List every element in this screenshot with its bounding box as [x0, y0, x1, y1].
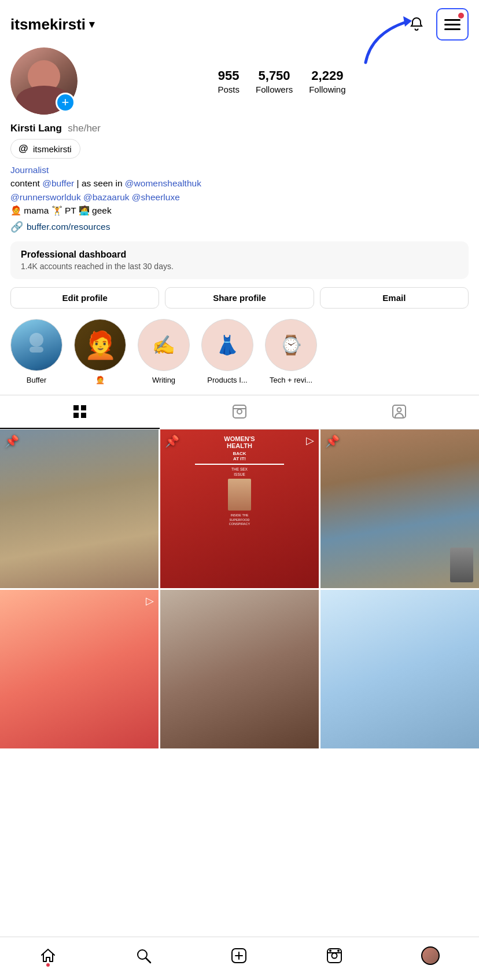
grid-item-4[interactable]: ▷ — [0, 590, 159, 748]
svg-rect-7 — [233, 405, 246, 418]
nav-search[interactable] — [127, 944, 160, 968]
reels-icon — [231, 403, 248, 420]
grid-item[interactable]: 📌 — [0, 430, 159, 588]
highlight-circle-tech: ⌚ — [265, 319, 317, 371]
svg-point-8 — [237, 409, 242, 414]
sheerluxe-mention[interactable]: @sheerluxe — [132, 192, 180, 202]
highlight-label-buffer: Buffer — [27, 376, 46, 384]
grid-item-6[interactable] — [320, 590, 479, 748]
highlight-tech[interactable]: ⌚ Tech + revi... — [265, 319, 317, 384]
notification-button[interactable] — [406, 13, 427, 36]
highlight-buffer[interactable]: Buffer — [10, 319, 62, 384]
followers-stat[interactable]: 5,750 Followers — [256, 68, 293, 94]
dashboard-subtitle: 1.4K accounts reached in the last 30 day… — [21, 262, 458, 271]
highlight-products[interactable]: 👗 Products I... — [201, 319, 253, 384]
tab-grid[interactable] — [0, 395, 160, 429]
highlight-label-emoji: 🧑‍🦰 — [95, 376, 105, 384]
menu-notification-dot — [458, 13, 464, 19]
nav-profile[interactable] — [413, 943, 448, 968]
tab-tagged[interactable] — [319, 395, 479, 429]
svg-point-18 — [332, 953, 337, 959]
grid-item-3[interactable]: 📌 — [320, 430, 479, 588]
highlight-writing[interactable]: ✍️ Writing — [138, 319, 190, 384]
following-stat[interactable]: 2,229 Following — [309, 68, 345, 94]
svg-point-1 — [30, 333, 43, 347]
add-story-button[interactable]: + — [56, 93, 75, 112]
content-tab-bar — [0, 395, 479, 430]
chevron-down-icon: ▾ — [89, 18, 94, 31]
highlight-circle-writing: ✍️ — [138, 319, 190, 371]
bio-text: Journalist content @buffer | as seen in … — [10, 163, 469, 217]
professional-dashboard[interactable]: Professional dashboard 1.4K accounts rea… — [10, 241, 469, 279]
posts-label: Posts — [218, 85, 240, 94]
svg-rect-3 — [73, 405, 79, 410]
svg-point-20 — [329, 950, 331, 952]
highlight-circle-buffer — [10, 319, 62, 371]
following-count: 2,229 — [311, 68, 343, 83]
posts-count: 955 — [218, 68, 240, 83]
reel-indicator: ▷ — [306, 434, 314, 447]
bottom-nav — [0, 937, 479, 980]
header-icons — [406, 8, 469, 41]
dashboard-title: Professional dashboard — [21, 249, 458, 260]
nav-home[interactable] — [31, 944, 65, 968]
link-icon: 🔗 — [10, 221, 23, 233]
menu-button[interactable] — [436, 8, 469, 41]
username-area[interactable]: itsmekirsti ▾ — [10, 16, 94, 34]
grid-item-magazine[interactable]: Women'sHealth BACKAT IT! THE SEXISSUE IN… — [160, 430, 319, 588]
highlight-label-products: Products I... — [207, 376, 247, 384]
stats-row: 955 Posts 5,750 Followers 2,229 Followin… — [95, 68, 469, 94]
svg-rect-4 — [81, 405, 86, 410]
svg-rect-2 — [30, 347, 43, 353]
womenshealth-mention[interactable]: @womenshealthuk — [125, 178, 201, 188]
svg-line-13 — [146, 958, 150, 963]
products-icon: 👗 — [216, 334, 239, 356]
menu-line-2 — [444, 24, 460, 25]
svg-point-11 — [397, 408, 401, 412]
highlight-circle-products: 👗 — [201, 319, 253, 371]
threads-icon: @ — [17, 142, 30, 155]
profile-avatar-nav — [421, 946, 440, 965]
create-icon — [230, 947, 248, 964]
grid-item-5[interactable] — [160, 590, 319, 748]
highlight-label-tech: Tech + revi... — [270, 376, 312, 384]
header: itsmekirsti ▾ — [0, 0, 479, 45]
reels-nav-icon — [326, 947, 343, 964]
photo-grid: 📌 Women'sHealth BACKAT IT! THE SEXISSUE … — [0, 430, 479, 748]
buffer-mention[interactable]: @buffer — [42, 178, 74, 188]
email-button[interactable]: Email — [320, 287, 469, 309]
pin-icon-2: 📌 — [165, 434, 179, 448]
bazaar-mention[interactable]: @bazaaruk — [83, 192, 130, 202]
threads-badge[interactable]: @ itsmekirsti — [10, 139, 80, 159]
highlight-circle-emoji: 🧑‍🦰 — [74, 319, 126, 371]
emoji-icon: 🧑‍🦰 — [84, 329, 117, 361]
nav-reels[interactable] — [318, 944, 351, 968]
menu-line-3 — [444, 28, 460, 30]
nav-create[interactable] — [222, 944, 256, 968]
edit-profile-button[interactable]: Edit profile — [10, 287, 159, 309]
profile-top: + 955 Posts 5,750 Followers 2,229 Follow… — [10, 47, 469, 115]
highlight-emoji[interactable]: 🧑‍🦰 🧑‍🦰 — [74, 319, 126, 384]
home-notification-dot — [46, 963, 50, 967]
highlight-label-writing: Writing — [152, 376, 175, 384]
home-icon — [39, 947, 57, 964]
posts-stat[interactable]: 955 Posts — [218, 68, 240, 94]
tab-reels[interactable] — [160, 395, 319, 429]
search-icon — [135, 947, 152, 964]
profile-name: Kirsti Lang — [10, 123, 62, 134]
bio-link-url[interactable]: buffer.com/resources — [27, 222, 110, 232]
username-text: itsmekirsti — [10, 16, 86, 34]
writing-icon: ✍️ — [152, 334, 175, 356]
tech-icon: ⌚ — [279, 334, 303, 356]
grid-icon — [72, 403, 88, 420]
bio-url[interactable]: 🔗 buffer.com/resources — [10, 221, 469, 233]
share-profile-button[interactable]: Share profile — [165, 287, 314, 309]
bio-section: Kirsti Lang she/her @ itsmekirsti Journa… — [10, 123, 469, 233]
runnersworld-mention[interactable]: @runnersworlduk — [10, 192, 81, 202]
followers-label: Followers — [256, 85, 293, 94]
pin-icon-3: 📌 — [325, 434, 340, 448]
pin-icon: 📌 — [5, 434, 19, 448]
profile-section: + 955 Posts 5,750 Followers 2,229 Follow… — [0, 45, 479, 233]
journalist-link[interactable]: Journalist — [10, 165, 49, 175]
highlights-section: Buffer 🧑‍🦰 🧑‍🦰 ✍️ Writing 👗 Products I..… — [0, 309, 479, 390]
